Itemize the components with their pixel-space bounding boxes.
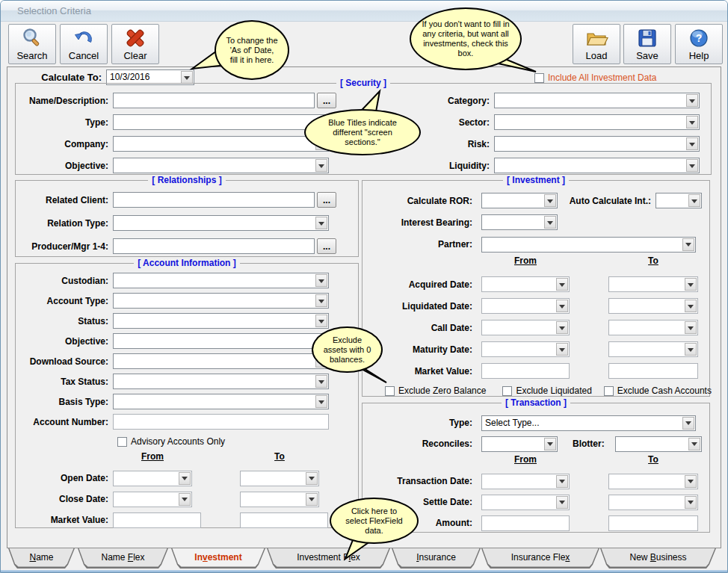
related-client-browse-button[interactable]: ... bbox=[317, 192, 336, 208]
security-objective-select[interactable] bbox=[113, 158, 329, 173]
cancel-button[interactable]: Cancel bbox=[60, 24, 108, 64]
chevron-down-icon[interactable] bbox=[315, 395, 327, 408]
producer-mgr-browse-button[interactable]: ... bbox=[317, 238, 336, 254]
chevron-down-icon[interactable] bbox=[544, 438, 556, 450]
tab-insurance[interactable]: Insurance bbox=[392, 548, 481, 569]
chevron-down-icon[interactable] bbox=[685, 475, 697, 488]
tab-investment-flex[interactable]: Investment Flex bbox=[267, 548, 390, 569]
chevron-down-icon[interactable] bbox=[685, 278, 697, 291]
call-date-from-picker[interactable] bbox=[481, 320, 570, 335]
blotter-select[interactable] bbox=[615, 436, 702, 452]
transaction-date-to-picker[interactable] bbox=[608, 474, 698, 489]
account-market-value-to-input[interactable] bbox=[240, 512, 328, 528]
liquidated-date-to-picker[interactable] bbox=[608, 298, 698, 314]
settle-date-to-picker[interactable] bbox=[608, 495, 698, 510]
chevron-down-icon[interactable] bbox=[685, 321, 697, 334]
chevron-down-icon[interactable] bbox=[306, 493, 318, 506]
chevron-down-icon[interactable] bbox=[315, 274, 327, 287]
chevron-down-icon[interactable] bbox=[306, 472, 318, 485]
exclude-liquidated-checkbox[interactable] bbox=[502, 386, 512, 396]
account-objective-input[interactable] bbox=[113, 333, 329, 349]
exclude-zero-balance-checkbox[interactable] bbox=[385, 386, 395, 396]
tab-insurance-flex[interactable]: Insurance Flex bbox=[481, 548, 599, 569]
chevron-down-icon[interactable] bbox=[688, 438, 700, 450]
tab-new-business[interactable]: New Business bbox=[600, 548, 716, 569]
chevron-down-icon[interactable] bbox=[556, 300, 568, 312]
tax-status-select[interactable] bbox=[113, 374, 329, 389]
chevron-down-icon[interactable] bbox=[686, 116, 698, 128]
open-date-to-picker[interactable] bbox=[240, 471, 319, 486]
producer-mgr-input[interactable] bbox=[113, 238, 315, 254]
chevron-down-icon[interactable] bbox=[685, 496, 697, 509]
company-select[interactable] bbox=[113, 136, 329, 152]
chevron-down-icon[interactable] bbox=[544, 216, 556, 229]
partner-select[interactable] bbox=[481, 237, 696, 253]
chevron-down-icon[interactable] bbox=[315, 294, 327, 307]
maturity-date-to-picker[interactable] bbox=[608, 341, 698, 357]
chevron-down-icon[interactable] bbox=[179, 493, 191, 506]
name-description-browse-button[interactable]: ... bbox=[317, 93, 336, 108]
save-button[interactable]: Save bbox=[623, 24, 671, 64]
account-number-input[interactable] bbox=[113, 414, 329, 430]
auto-calculate-int-select[interactable] bbox=[655, 193, 702, 208]
exclude-cash-accounts-checkbox[interactable] bbox=[604, 386, 614, 396]
search-button[interactable]: Search bbox=[8, 24, 56, 64]
advisory-accounts-only-checkbox[interactable] bbox=[117, 437, 127, 447]
related-client-input[interactable] bbox=[113, 192, 315, 208]
chevron-down-icon[interactable] bbox=[556, 321, 568, 334]
calculate-ror-select[interactable] bbox=[481, 193, 558, 208]
custodian-select[interactable] bbox=[113, 273, 329, 288]
acquired-date-from-picker[interactable] bbox=[481, 276, 570, 292]
sector-select[interactable] bbox=[494, 114, 700, 130]
status-select[interactable] bbox=[113, 313, 329, 329]
settle-date-from-picker[interactable] bbox=[481, 495, 570, 510]
chevron-down-icon[interactable] bbox=[315, 315, 327, 327]
chevron-down-icon[interactable] bbox=[685, 300, 697, 312]
chevron-down-icon[interactable] bbox=[686, 159, 698, 172]
chevron-down-icon[interactable] bbox=[544, 194, 556, 207]
account-market-value-from-input[interactable] bbox=[113, 512, 201, 528]
chevron-down-icon[interactable] bbox=[556, 475, 568, 488]
investment-market-value-to-input[interactable] bbox=[608, 363, 698, 379]
chevron-down-icon[interactable] bbox=[685, 343, 697, 356]
chevron-down-icon[interactable] bbox=[686, 94, 698, 107]
chevron-down-icon[interactable] bbox=[556, 343, 568, 356]
amount-to-input[interactable] bbox=[608, 515, 698, 531]
chevron-down-icon[interactable] bbox=[315, 375, 327, 388]
download-source-select[interactable] bbox=[113, 353, 329, 369]
transaction-date-from-picker[interactable] bbox=[481, 474, 570, 489]
tab-name-flex[interactable]: Name Flex bbox=[78, 548, 168, 569]
name-description-input[interactable] bbox=[113, 93, 315, 108]
interest-bearing-select[interactable] bbox=[481, 214, 558, 230]
acquired-date-to-picker[interactable] bbox=[608, 276, 698, 292]
category-select[interactable] bbox=[494, 93, 700, 108]
include-all-investment-data-checkbox[interactable] bbox=[534, 73, 544, 83]
basis-type-select[interactable] bbox=[113, 394, 329, 409]
risk-select[interactable] bbox=[494, 136, 700, 152]
reconciles-select[interactable] bbox=[481, 436, 558, 452]
help-button[interactable]: ? Help bbox=[675, 24, 723, 64]
close-date-to-picker[interactable] bbox=[240, 492, 319, 507]
chevron-down-icon[interactable] bbox=[556, 278, 568, 291]
liquidity-select[interactable] bbox=[494, 158, 700, 173]
call-date-to-picker[interactable] bbox=[608, 320, 698, 335]
load-button[interactable]: Load bbox=[573, 24, 620, 64]
chevron-down-icon[interactable] bbox=[315, 159, 327, 172]
chevron-down-icon[interactable] bbox=[686, 137, 698, 150]
relation-type-select[interactable] bbox=[113, 215, 329, 231]
amount-from-input[interactable] bbox=[481, 515, 570, 531]
chevron-down-icon[interactable] bbox=[179, 472, 191, 485]
investment-market-value-from-input[interactable] bbox=[481, 363, 570, 379]
chevron-down-icon[interactable] bbox=[556, 496, 568, 509]
transaction-type-select[interactable]: Select Type... bbox=[481, 415, 696, 431]
chevron-down-icon[interactable] bbox=[682, 417, 694, 430]
tab-investment[interactable]: Investment bbox=[171, 548, 265, 569]
chevron-down-icon[interactable] bbox=[682, 238, 694, 251]
account-type-select[interactable] bbox=[113, 293, 329, 309]
chevron-down-icon[interactable] bbox=[181, 71, 193, 84]
tab-name[interactable]: Name bbox=[8, 548, 75, 569]
open-date-from-picker[interactable] bbox=[113, 471, 192, 486]
chevron-down-icon[interactable] bbox=[688, 194, 700, 207]
close-date-from-picker[interactable] bbox=[113, 492, 192, 507]
liquidated-date-from-picker[interactable] bbox=[481, 298, 570, 314]
